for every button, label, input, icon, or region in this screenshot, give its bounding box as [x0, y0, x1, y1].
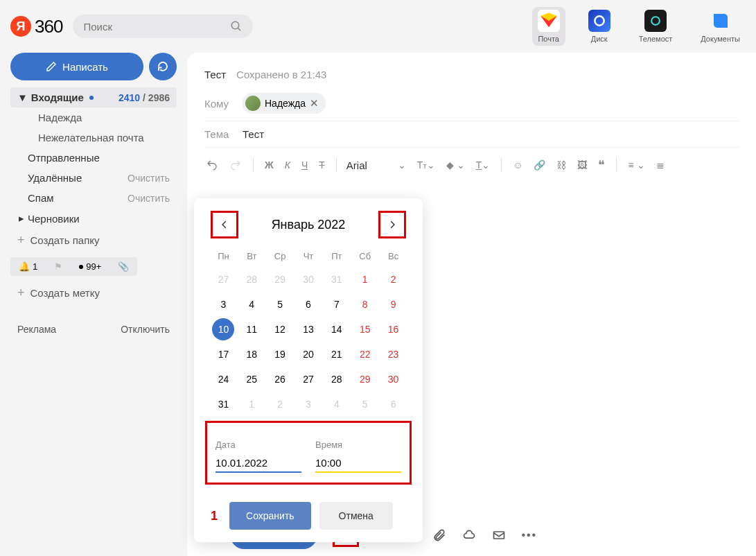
time-input[interactable]	[315, 454, 401, 473]
folder-spam[interactable]: Спам Очистить	[10, 188, 177, 208]
refresh-button[interactable]	[149, 53, 177, 80]
cancel-button[interactable]: Отмена	[319, 502, 393, 530]
calendar-day[interactable]: 29	[354, 368, 376, 390]
calendar-day[interactable]: 11	[240, 318, 263, 340]
calendar-day[interactable]: 15	[354, 318, 376, 340]
calendar-day[interactable]: 25	[240, 368, 263, 390]
calendar-day[interactable]: 12	[269, 318, 291, 340]
italic-button[interactable]: К	[283, 158, 292, 172]
font-size-button[interactable]: Tт ⌄	[416, 158, 437, 172]
chevron-down-icon[interactable]: ⌄	[396, 158, 407, 172]
date-input[interactable]	[216, 454, 301, 473]
calendar-day[interactable]: 1	[240, 393, 263, 415]
font-select[interactable]: Arial	[346, 159, 388, 171]
calendar-day[interactable]: 29	[269, 268, 291, 290]
pill-unread[interactable]: 99+	[71, 257, 109, 276]
calendar-day[interactable]: 30	[383, 368, 405, 390]
folder-junk[interactable]: Нежелательная почта	[10, 128, 177, 148]
calendar-day[interactable]: 8	[354, 293, 376, 315]
calendar-day[interactable]: 31	[326, 268, 348, 290]
emoji-icon[interactable]: ☺	[511, 158, 524, 172]
calendar-day[interactable]: 21	[326, 343, 348, 365]
image-icon[interactable]: 🖼	[576, 158, 588, 172]
calendar-day[interactable]: 26	[269, 368, 291, 390]
calendar-day[interactable]: 2	[269, 393, 291, 415]
paperclip-icon[interactable]	[432, 528, 446, 542]
folder-nadezhda[interactable]: Надежда	[10, 107, 177, 128]
search-icon[interactable]	[230, 20, 243, 33]
underline-button[interactable]: Ч	[300, 158, 309, 172]
search-input[interactable]	[83, 21, 222, 33]
calendar-day[interactable]: 3	[212, 293, 234, 315]
calendar-day[interactable]: 22	[354, 343, 376, 365]
fill-color-button[interactable]: ◆ ⌄	[445, 158, 466, 172]
calendar-day[interactable]: 6	[383, 393, 405, 415]
prev-month-button[interactable]	[214, 214, 235, 235]
calendar-day[interactable]: 7	[326, 293, 348, 315]
calendar-day[interactable]: 19	[269, 343, 291, 365]
redo-icon[interactable]	[228, 157, 243, 173]
more-icon[interactable]: •••	[521, 529, 537, 541]
pill-flag[interactable]: ⚑	[46, 257, 71, 276]
calendar-day[interactable]: 2	[383, 268, 405, 290]
folder-inbox[interactable]: ▼ Входящие 2410 / 2986	[10, 87, 177, 107]
bold-button[interactable]: Ж	[263, 158, 275, 172]
quote-icon[interactable]: ❝	[597, 156, 606, 174]
app-documents[interactable]: Документы	[695, 7, 746, 46]
to-row[interactable]: Кому Надежда ✕	[204, 86, 739, 121]
app-telemost[interactable]: Телемост	[633, 7, 678, 46]
calendar-day[interactable]: 16	[383, 318, 405, 340]
app-mail[interactable]: Почта	[532, 7, 565, 46]
pill-notifications[interactable]: 🔔1	[10, 257, 46, 276]
subject-input[interactable]	[243, 128, 374, 140]
calendar-day[interactable]: 17	[212, 343, 234, 365]
calendar-day[interactable]: 4	[326, 393, 348, 415]
calendar-day[interactable]: 5	[354, 393, 376, 415]
calendar-day[interactable]: 31	[212, 393, 234, 415]
calendar-day[interactable]: 28	[240, 268, 263, 290]
link-icon[interactable]: 🔗	[532, 158, 547, 172]
calendar-day[interactable]: 20	[297, 343, 319, 365]
close-icon[interactable]: ✕	[310, 97, 319, 110]
calendar-day[interactable]: 24	[212, 368, 234, 390]
app-disk[interactable]: Диск	[583, 7, 616, 46]
calendar-day[interactable]: 28	[326, 368, 348, 390]
text-color-button[interactable]: T ⌄	[475, 158, 492, 172]
calendar-day[interactable]: 6	[297, 293, 319, 315]
calendar-day[interactable]: 14	[326, 318, 348, 340]
folder-deleted[interactable]: Удалённые Очистить	[10, 168, 177, 188]
ad-off[interactable]: Отключить	[121, 324, 170, 335]
calendar-day[interactable]: 27	[297, 368, 319, 390]
calendar-day[interactable]: 9	[383, 293, 405, 315]
create-folder[interactable]: + Создать папку	[10, 229, 177, 252]
calendar-day[interactable]: 10	[212, 318, 234, 340]
folder-drafts[interactable]: ▸ Черновики	[10, 208, 177, 229]
save-button[interactable]: Сохранить	[229, 502, 311, 530]
calendar-day[interactable]: 27	[212, 268, 234, 290]
unlink-icon[interactable]: ⛓︎	[555, 158, 568, 172]
recipient-chip[interactable]: Надежда ✕	[243, 93, 326, 114]
align-button[interactable]: ≡ ⌄	[626, 158, 646, 172]
cloud-attach-icon[interactable]	[461, 528, 477, 542]
calendar-day[interactable]: 18	[240, 343, 263, 365]
folder-sent[interactable]: Отправленные	[10, 148, 177, 168]
envelope-icon[interactable]	[492, 528, 506, 542]
create-label[interactable]: + Создать метку	[10, 281, 177, 304]
next-month-button[interactable]	[382, 214, 403, 235]
clear-deleted[interactable]: Очистить	[128, 173, 170, 184]
strike-button[interactable]: Т	[317, 158, 326, 172]
pill-attach[interactable]: 📎	[109, 257, 137, 276]
calendar-day[interactable]: 1	[354, 268, 376, 290]
subject-row[interactable]: Тема	[204, 121, 739, 148]
search-bar[interactable]	[73, 15, 253, 38]
calendar-day[interactable]: 4	[240, 293, 263, 315]
calendar-day[interactable]: 23	[383, 343, 405, 365]
list-icon[interactable]: ≣	[655, 158, 666, 172]
compose-button[interactable]: Написать	[10, 53, 143, 80]
calendar-day[interactable]: 5	[269, 293, 291, 315]
undo-icon[interactable]	[204, 157, 220, 173]
calendar-day[interactable]: 3	[297, 393, 319, 415]
calendar-day[interactable]: 13	[297, 318, 319, 340]
calendar-day[interactable]: 30	[297, 268, 319, 290]
clear-spam[interactable]: Очистить	[128, 193, 170, 204]
